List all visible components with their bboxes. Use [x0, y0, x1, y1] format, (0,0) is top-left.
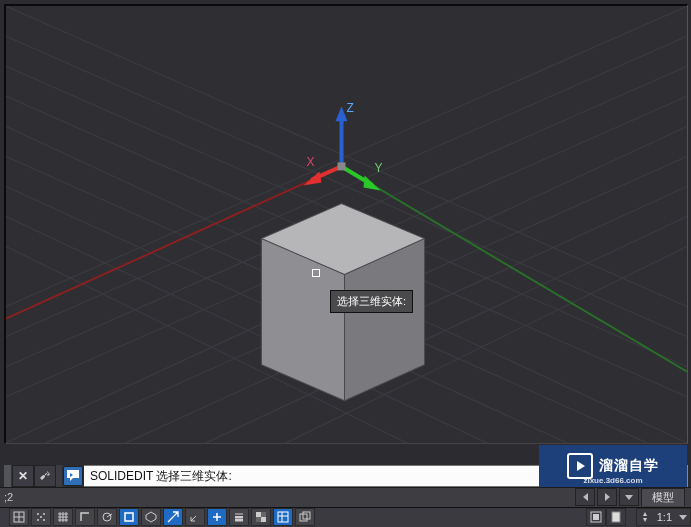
chevron-down-icon — [679, 515, 687, 520]
lineweight-toggle[interactable] — [229, 508, 249, 526]
polar-toggle[interactable] — [97, 508, 117, 526]
svg-point-40 — [43, 519, 45, 521]
cmd-prompt-icon[interactable] — [63, 466, 83, 486]
grid-snap-toggle[interactable] — [31, 508, 51, 526]
svg-point-41 — [40, 516, 42, 518]
watermark-badge: 溜溜自学 zixue.3d66.com — [539, 445, 687, 487]
viewport-3d[interactable]: X Y Z 选择三维实体: — [4, 4, 688, 444]
otrack-toggle[interactable] — [163, 508, 183, 526]
prompt-tooltip: 选择三维实体: — [330, 290, 413, 313]
model-space-button[interactable] — [586, 508, 606, 526]
tab-model[interactable]: 模型 — [641, 488, 685, 506]
cmd-close-button[interactable]: ✕ — [12, 465, 34, 487]
cmd-drag-handle[interactable] — [4, 465, 12, 487]
watermark-text: 溜溜自学 — [599, 457, 659, 475]
osnap-toggle[interactable] — [119, 508, 139, 526]
svg-rect-45 — [261, 517, 266, 522]
svg-rect-53 — [612, 512, 620, 522]
layout-menu-button[interactable] — [619, 488, 639, 506]
svg-rect-47 — [256, 517, 261, 522]
svg-rect-48 — [278, 512, 288, 522]
axis-z-label: Z — [347, 101, 354, 115]
dyn-input-toggle[interactable] — [207, 508, 227, 526]
selection-cycling-toggle[interactable] — [295, 508, 315, 526]
svg-rect-43 — [125, 513, 133, 521]
quick-properties-toggle[interactable] — [273, 508, 293, 526]
status-bar: 1:1 — [0, 507, 691, 527]
paper-space-button[interactable] — [606, 508, 626, 526]
layout-next-button[interactable] — [597, 488, 617, 506]
ducs-toggle[interactable] — [185, 508, 205, 526]
svg-rect-44 — [256, 512, 261, 517]
svg-point-39 — [37, 519, 39, 521]
annotation-scale-button[interactable]: 1:1 — [636, 508, 691, 526]
ortho-toggle[interactable] — [75, 508, 95, 526]
watermark-url: zixue.3d66.com — [539, 476, 687, 485]
scene-svg: X Y Z — [6, 6, 687, 443]
layout-prev-button[interactable] — [575, 488, 595, 506]
cmd-wrench-button[interactable] — [34, 465, 56, 487]
svg-rect-33 — [337, 162, 345, 170]
svg-rect-52 — [593, 514, 599, 520]
svg-marker-27 — [303, 171, 321, 185]
axis-y-label: Y — [375, 161, 383, 175]
svg-marker-30 — [364, 175, 381, 190]
coord-fragment: ;2 — [0, 491, 17, 503]
svg-rect-46 — [261, 512, 266, 517]
snap-toggle[interactable] — [9, 508, 29, 526]
scale-label: 1:1 — [653, 511, 676, 523]
transparency-toggle[interactable] — [251, 508, 271, 526]
cursor-pickbox — [312, 269, 320, 277]
layout-tab-row: ;2 模型 — [0, 487, 691, 507]
osnap3d-toggle[interactable] — [141, 508, 161, 526]
axis-x-label: X — [306, 155, 314, 169]
svg-point-38 — [43, 513, 45, 515]
grid-display-toggle[interactable] — [53, 508, 73, 526]
svg-point-37 — [37, 513, 39, 515]
